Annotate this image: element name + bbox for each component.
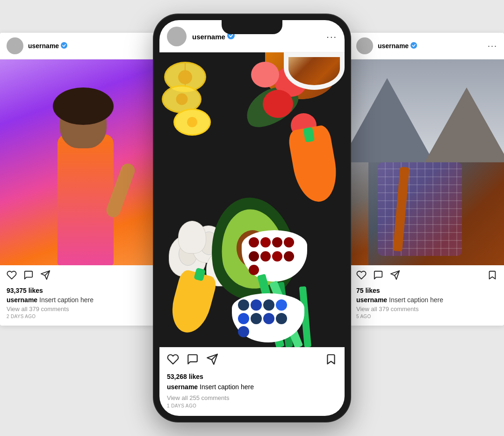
right-card-heart-icon[interactable] <box>356 270 367 282</box>
right-card-likes: 75 likes <box>356 287 497 294</box>
right-card-comment-icon[interactable] <box>373 270 383 282</box>
left-card-caption-text: Insert caption here <box>39 296 94 304</box>
right-card-share-icon[interactable] <box>390 270 400 282</box>
phone-card: username ··· <box>159 20 345 416</box>
blueberry-bowl <box>232 293 304 342</box>
right-card-header: username ··· <box>350 33 504 59</box>
garlic-4 <box>178 221 206 254</box>
left-card: username <box>0 33 154 326</box>
phone-food-image <box>159 52 345 347</box>
phone-caption-username: username <box>167 383 198 391</box>
phone-mockup: username ··· <box>154 15 350 421</box>
svg-point-0 <box>61 42 67 49</box>
left-card-footer: 93,375 likes username Insert caption her… <box>0 287 154 326</box>
left-card-avatar <box>7 37 23 54</box>
phone-actions <box>159 347 345 373</box>
right-card-verified-icon <box>410 42 417 50</box>
tomato-3 <box>251 62 279 87</box>
left-card-heart-icon[interactable] <box>7 270 17 282</box>
cranberry-bowl <box>242 230 307 282</box>
left-card-likes: 93,375 likes <box>7 287 148 294</box>
lemon-3 <box>173 109 211 136</box>
left-card-actions <box>0 265 154 287</box>
left-card-view-comments[interactable]: View all 379 comments <box>7 305 148 312</box>
phone-username: username <box>192 33 225 41</box>
left-card-caption-username: username <box>7 296 37 304</box>
right-card: username ··· <box>350 33 504 326</box>
right-card-timestamp: 5 AGO <box>356 314 497 319</box>
right-card-caption: username Insert caption here <box>356 296 497 304</box>
phone-caption-text: Insert caption here <box>200 383 254 391</box>
phone-caption: username Insert caption here <box>167 383 337 392</box>
svg-point-3 <box>410 42 417 49</box>
food-image-content <box>159 52 345 347</box>
left-card-verified-icon <box>61 42 67 50</box>
left-card-share-icon[interactable] <box>40 270 50 282</box>
left-card-image <box>0 59 154 265</box>
phone-bookmark-icon[interactable] <box>325 353 337 367</box>
phone-heart-icon[interactable] <box>167 353 179 367</box>
phone-likes-count: 53,268 likes <box>167 373 337 380</box>
left-card-header: username <box>0 33 154 59</box>
left-card-caption: username Insert caption here <box>7 296 148 304</box>
right-card-avatar <box>356 37 373 54</box>
phone-timestamp: 1 DAYS AGO <box>167 403 337 408</box>
tomato-2 <box>263 90 293 118</box>
left-card-comment-icon[interactable] <box>23 270 34 282</box>
right-card-image <box>350 59 504 265</box>
phone-view-comments[interactable]: View all 255 comments <box>167 394 337 401</box>
right-card-caption-username: username <box>356 296 387 304</box>
right-card-caption-text: Insert caption here <box>389 296 443 304</box>
phone-avatar <box>167 27 187 46</box>
phone-inner: username ··· <box>159 20 345 416</box>
right-card-actions <box>350 265 504 287</box>
phone-comment-icon[interactable] <box>187 353 199 367</box>
right-card-username: username <box>378 42 409 50</box>
scene: username <box>0 0 504 436</box>
right-card-view-comments[interactable]: View all 379 comments <box>356 305 497 312</box>
phone-share-icon[interactable] <box>206 353 218 367</box>
left-card-username: username <box>28 42 59 50</box>
right-card-dots-menu[interactable]: ··· <box>488 41 497 51</box>
phone-dots-menu[interactable]: ··· <box>326 31 337 42</box>
phone-notch <box>222 20 282 34</box>
right-card-footer: 75 likes username Insert caption here Vi… <box>350 287 504 326</box>
right-card-bookmark-icon[interactable] <box>487 270 497 282</box>
phone-home-indicator <box>224 409 280 411</box>
left-card-timestamp: 2 DAYS AGO <box>7 314 148 319</box>
